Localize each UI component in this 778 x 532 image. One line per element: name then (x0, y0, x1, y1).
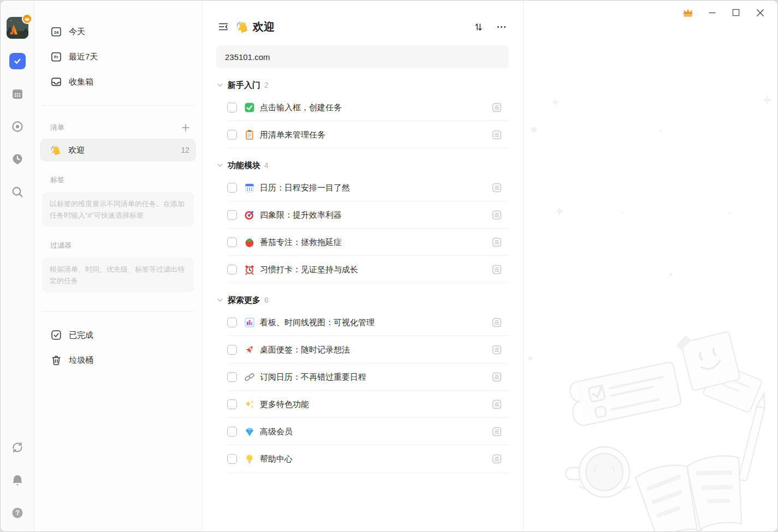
task-checkbox[interactable] (227, 265, 237, 274)
svg-text:Fr: Fr (54, 55, 58, 59)
task-row[interactable]: 桌面便签：随时记录想法 (216, 336, 509, 363)
section-header-getting-started[interactable]: 新手入门 2 (216, 76, 509, 94)
task-title: 用清单来管理任务 (260, 130, 491, 140)
bar-chart-icon (244, 317, 255, 328)
sidebar-item-completed[interactable]: 已完成 (40, 322, 196, 348)
section-header-explore[interactable]: 探索更多 6 (216, 291, 509, 309)
search-icon[interactable] (9, 183, 26, 201)
task-checkbox[interactable] (227, 318, 237, 327)
note-icon[interactable] (491, 102, 502, 113)
task-row[interactable]: 习惯打卡：见证坚持与成长 (216, 256, 509, 283)
note-icon[interactable] (491, 317, 502, 328)
help-icon[interactable]: ? (9, 504, 26, 522)
tasks-check-icon[interactable] (9, 52, 26, 70)
lists-section-label: 清单 (50, 123, 180, 133)
close-button[interactable] (748, 2, 772, 23)
window-controls (676, 1, 777, 25)
collapse-sidebar-icon[interactable] (216, 20, 230, 34)
note-icon[interactable] (491, 264, 502, 275)
task-row[interactable]: 用清单来管理任务 (216, 121, 509, 148)
task-checkbox[interactable] (227, 210, 237, 220)
task-checkbox[interactable] (227, 454, 237, 464)
task-row[interactable]: 订阅日历：不再错过重要日程 (216, 363, 509, 391)
note-icon[interactable] (491, 453, 502, 464)
green-check-icon (244, 102, 255, 113)
sidebar-item-label: 最近7天 (69, 52, 192, 62)
link-icon (244, 372, 255, 382)
sidebar-item-label: 垃圾桶 (69, 355, 192, 366)
lists-section-header: 清单 (40, 117, 196, 139)
add-list-button[interactable] (180, 122, 192, 134)
section-header-features[interactable]: 功能模块 4 (216, 157, 509, 174)
note-icon[interactable] (491, 344, 502, 355)
trash-icon (50, 354, 62, 366)
task-checkbox[interactable] (227, 427, 237, 437)
sort-icon[interactable] (471, 19, 486, 34)
task-title: 桌面便签：随时记录想法 (260, 345, 491, 355)
calendar-icon[interactable] (9, 85, 26, 103)
waving-hand-icon (50, 145, 62, 156)
sidebar-item-today[interactable]: 24 今天 (40, 19, 196, 44)
waving-hand-icon (236, 20, 250, 34)
task-row[interactable]: 四象限：提升效率利器 (216, 201, 509, 229)
chevron-down-icon[interactable] (216, 81, 224, 89)
premium-crown-icon[interactable] (676, 2, 700, 23)
task-row[interactable]: 点击输入框，创建任务 (216, 94, 509, 121)
sidebar-item-trash[interactable]: 垃圾桶 (40, 348, 196, 373)
task-title: 日历：日程安排一目了然 (260, 183, 491, 193)
icon-rail: ? (1, 1, 34, 531)
page-title-text: 欢迎 (253, 20, 275, 34)
focus-target-icon[interactable] (9, 118, 26, 135)
filters-hint-card[interactable]: 根据清单、时间、优先级、标签等过滤出特定的任务 (42, 258, 194, 292)
task-row[interactable]: 看板、时间线视图：可视化管理 (216, 309, 509, 336)
habit-clock-icon[interactable] (9, 151, 26, 168)
task-checkbox[interactable] (227, 183, 237, 193)
section-title: 功能模块 (228, 160, 260, 171)
section-count: 2 (264, 81, 269, 89)
more-options-icon[interactable] (494, 19, 509, 34)
task-title: 更多特色功能 (260, 399, 491, 410)
task-row[interactable]: 番茄专注：拯救拖延症 (216, 229, 509, 256)
task-checkbox[interactable] (227, 103, 237, 112)
note-icon[interactable] (491, 182, 502, 193)
note-icon[interactable] (491, 426, 502, 437)
add-task-input[interactable] (216, 45, 509, 68)
task-row[interactable]: 更多特色功能 (216, 391, 509, 418)
inbox-icon (50, 76, 62, 88)
task-title: 订阅日历：不再错过重要日程 (260, 372, 491, 382)
note-icon[interactable] (491, 237, 502, 248)
sidebar-item-inbox[interactable]: 收集箱 (40, 69, 196, 94)
task-checkbox[interactable] (227, 130, 237, 140)
task-row[interactable]: 高级会员 (216, 418, 509, 445)
minimize-button[interactable] (700, 2, 724, 23)
task-row[interactable]: 日历：日程安排一目了然 (216, 174, 509, 201)
sparkles-icon (244, 399, 255, 410)
task-checkbox[interactable] (227, 237, 237, 247)
premium-crown-badge (22, 14, 32, 24)
chevron-down-icon[interactable] (216, 162, 224, 169)
task-title: 四象限：提升效率利器 (260, 210, 491, 220)
task-checkbox[interactable] (227, 372, 237, 382)
tags-hint-card[interactable]: 以标签的维度展示不同清单的任务。在添加任务时输入“#”可快速选择标签 (42, 192, 194, 227)
maximize-button[interactable] (724, 2, 748, 23)
note-icon[interactable] (491, 210, 502, 220)
sidebar-list-welcome[interactable]: 欢迎 12 (40, 139, 196, 162)
task-checkbox[interactable] (227, 399, 237, 409)
sync-icon[interactable] (9, 439, 26, 456)
sidebar: 24 今天 Fr 最近7天 收集箱 清单 欢迎 12 标签 以标签的维度展示不同… (34, 1, 202, 531)
note-icon[interactable] (491, 129, 502, 140)
notifications-bell-icon[interactable] (9, 471, 26, 489)
task-title: 点击输入框，创建任务 (260, 103, 491, 113)
filters-section-header: 过滤器 (40, 235, 196, 256)
sidebar-item-next7days[interactable]: Fr 最近7天 (40, 44, 196, 69)
task-checkbox[interactable] (227, 345, 237, 355)
chevron-down-icon[interactable] (216, 296, 224, 304)
gem-icon (244, 426, 255, 437)
user-avatar[interactable] (7, 17, 28, 39)
task-title: 习惯打卡：见证坚持与成长 (260, 265, 491, 275)
note-icon[interactable] (491, 372, 502, 382)
note-icon[interactable] (491, 399, 502, 410)
rocket-icon (244, 344, 255, 355)
section-count: 6 (264, 296, 269, 304)
task-row[interactable]: 帮助中心 (216, 445, 509, 473)
